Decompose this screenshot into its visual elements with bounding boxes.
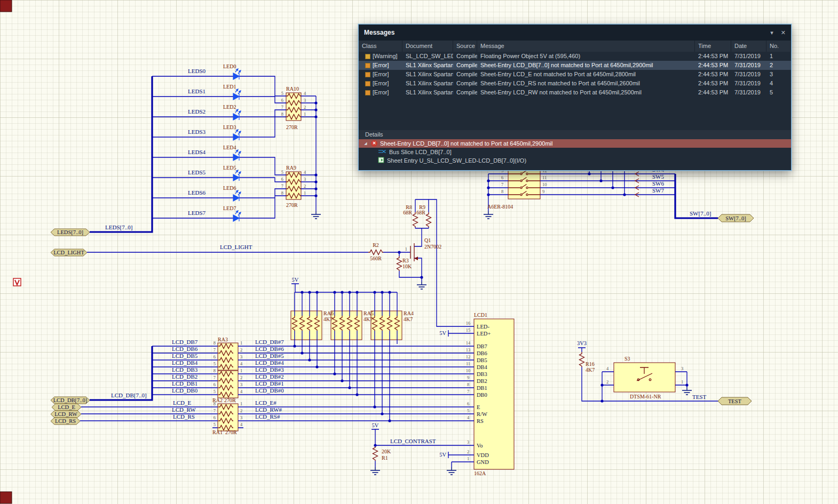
value: 162A <box>474 470 486 476</box>
column-header[interactable]: Class <box>359 41 402 52</box>
svg-text:SW[7..0]: SW[7..0] <box>725 215 746 221</box>
svg-text:DB3: DB3 <box>477 371 487 377</box>
svg-text:4: 4 <box>606 366 609 371</box>
power-5v: 5V <box>372 422 379 428</box>
details-header[interactable]: Details <box>359 130 791 139</box>
svg-text:1: 1 <box>681 379 683 385</box>
net-label: LCD_CONTRAST <box>390 438 436 444</box>
message-row[interactable]: [Error] SL1 Xilinx SpartanCompile Sheet-… <box>359 88 791 97</box>
error-marker[interactable] <box>13 278 21 286</box>
sheet-corner-mark <box>0 0 12 12</box>
details-error-row[interactable]: ◢ ✕ Sheet-Entry LCD_DB[7..0] not matched… <box>359 139 791 148</box>
message-row-selected[interactable]: [Error] SL1 Xilinx SpartanCompile Sheet-… <box>359 61 791 70</box>
net-label: LEDS6 <box>188 189 206 196</box>
value: 4K7 <box>586 367 595 373</box>
expander-icon[interactable]: ◢ <box>363 141 368 146</box>
panel-bottom-pad <box>359 165 791 170</box>
net-label: LCD_DB#0 <box>255 387 284 394</box>
svg-text:RS: RS <box>477 418 484 424</box>
svg-text:2: 2 <box>304 105 306 110</box>
power-5v: 5V <box>292 277 299 283</box>
value: 560R <box>370 255 382 261</box>
svg-text:GND: GND <box>477 459 489 465</box>
no-erc-markers[interactable] <box>635 172 639 197</box>
power-5v: 5V <box>439 330 446 336</box>
messages-titlebar[interactable]: Messages ▾ ✕ <box>359 25 791 41</box>
schematic-canvas: LEDS[7..0] LCD_LIGHT LCD_DB[7..0] LCD_E … <box>0 0 838 504</box>
svg-text:3: 3 <box>240 382 242 387</box>
svg-text:7: 7 <box>501 182 503 187</box>
svg-text:13: 13 <box>466 347 471 353</box>
designator: LED3 <box>223 124 236 130</box>
svg-text:2: 2 <box>304 183 306 189</box>
svg-text:7: 7 <box>281 183 283 189</box>
svg-text:1: 1 <box>240 340 242 346</box>
svg-text:1: 1 <box>304 190 306 196</box>
svg-text:LED+: LED+ <box>477 331 491 337</box>
svg-text:1: 1 <box>304 111 306 117</box>
svg-text:6: 6 <box>467 401 469 406</box>
close-icon[interactable]: ✕ <box>781 29 786 36</box>
net-label: LEDS2 <box>188 108 205 115</box>
error-icon <box>365 72 370 77</box>
designator: LED5 <box>223 165 236 171</box>
message-row[interactable]: [Error] SL1 Xilinx SpartanCompile Sheet-… <box>359 70 791 79</box>
net-label: LCD_RW <box>172 406 196 413</box>
column-header[interactable]: Document <box>402 41 453 52</box>
column-header[interactable]: Message <box>477 41 695 52</box>
svg-text:8: 8 <box>214 340 216 346</box>
value: 4K7 <box>363 316 373 322</box>
svg-text:16: 16 <box>466 321 471 326</box>
svg-text:DB7: DB7 <box>477 343 487 349</box>
svg-text:1: 1 <box>240 401 242 406</box>
column-header[interactable]: Date <box>731 41 766 52</box>
svg-text:LCD_LIGHT: LCD_LIGHT <box>53 250 84 255</box>
net-label: LEDS1 <box>188 88 205 94</box>
power-5v: 5V <box>439 452 446 458</box>
column-header[interactable]: Source <box>453 41 477 52</box>
net-label: LEDS5 <box>188 169 206 175</box>
led-symbol <box>233 69 241 79</box>
details-sheet-row[interactable]: Sheet Entry U_SL_LCD_SW_LED-LCD_DB[7..0]… <box>359 156 791 165</box>
details-bus-row[interactable]: Bus Slice LCD_DB[7..0] <box>359 148 791 156</box>
svg-text:6: 6 <box>281 177 283 182</box>
svg-text:8: 8 <box>501 189 503 194</box>
net-label: LCD_DB5 <box>172 353 198 359</box>
column-header[interactable]: Time <box>695 41 731 52</box>
designator: LED7 <box>223 205 236 211</box>
message-row[interactable]: [Error] SL1 Xilinx SpartanCompile Sheet-… <box>359 79 791 88</box>
designator: RA4 <box>404 310 414 316</box>
svg-text:11: 11 <box>466 361 470 366</box>
value: 270R <box>225 429 237 435</box>
svg-text:TEST: TEST <box>728 398 742 404</box>
svg-text:9: 9 <box>467 375 469 380</box>
svg-text:4: 4 <box>304 91 306 96</box>
svg-text:7: 7 <box>214 375 216 380</box>
svg-text:7: 7 <box>467 389 469 394</box>
svg-text:5: 5 <box>214 361 216 366</box>
resistor-array-ra9 <box>286 172 301 199</box>
net-label: LCD_DB#5 <box>255 353 284 359</box>
led-symbol <box>233 130 241 140</box>
designator: RA6 <box>323 310 334 316</box>
panel-menu-icon[interactable]: ▾ <box>770 29 773 36</box>
svg-text:7: 7 <box>281 105 283 110</box>
designator: LED2 <box>223 104 236 110</box>
value: 270R <box>286 124 298 130</box>
value: 270R <box>286 202 298 208</box>
designator: LED1 <box>223 84 236 90</box>
warning-icon <box>365 54 370 59</box>
svg-text:5: 5 <box>467 408 469 413</box>
svg-text:DB0: DB0 <box>477 392 487 398</box>
message-row[interactable]: [Warning] SL_LCD_SW_LED_2Compile Floatin… <box>359 52 791 61</box>
svg-text:1: 1 <box>405 246 407 252</box>
column-header[interactable]: No. <box>766 41 791 52</box>
sheet-corner-mark <box>0 492 12 503</box>
net-label: LEDS7 <box>188 210 206 216</box>
designator: LED6 <box>223 185 236 191</box>
svg-text:4: 4 <box>240 389 243 394</box>
net-label: LCD_DB4 <box>172 359 198 366</box>
svg-text:5: 5 <box>281 170 283 175</box>
svg-text:6: 6 <box>214 415 216 420</box>
svg-text:2: 2 <box>467 449 469 454</box>
